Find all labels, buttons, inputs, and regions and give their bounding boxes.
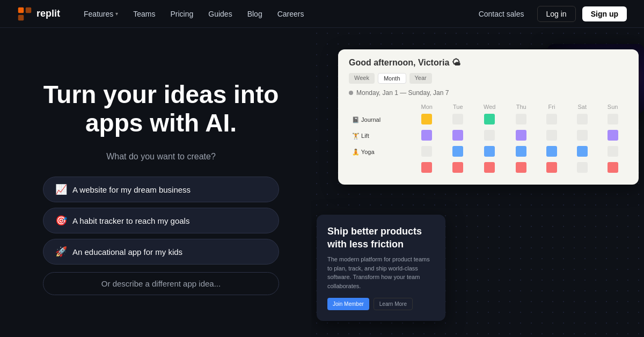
extra-fri[interactable] [537,160,567,176]
login-button[interactable]: Log in [537,6,576,22]
journal-sat[interactable] [567,112,597,128]
svg-rect-0 [18,7,24,13]
nav-careers[interactable]: Careers [271,6,311,21]
lift-mon[interactable] [411,128,443,144]
hero-subtitle: What do you want to create? [43,152,279,162]
col-wed: Wed [473,102,506,112]
col-thu: Thu [506,102,537,112]
nav-teams[interactable]: Teams [127,6,162,21]
table-row: 📓 Journal [349,112,628,128]
rocket-icon: 🚀 [55,246,67,258]
ship-card-buttons: Join Member Learn More [327,298,435,310]
date-range-label: Monday, Jan 1 — Sunday, Jan 7 [356,89,449,97]
extra-thu[interactable] [506,160,537,176]
journal-thu[interactable] [506,112,537,128]
suggestion-habit-button[interactable]: 🎯 A habit tracker to reach my goals [43,208,279,233]
svg-rect-2 [18,14,24,20]
habits-table: Mon Tue Wed Thu Fri Sat Sun 📓 Journal [349,102,628,176]
habit-journal-label: 📓 Journal [349,112,411,128]
nav-guides[interactable]: Guides [202,6,238,21]
chart-icon: 📈 [55,184,67,195]
lift-fri[interactable] [537,128,567,144]
yoga-thu[interactable] [506,144,537,160]
yoga-fri[interactable] [537,144,567,160]
journal-wed[interactable] [473,112,506,128]
main-content: Turn your ideas into apps with AI. What … [0,28,644,337]
lift-tue[interactable] [443,128,473,144]
logo-text: replit [36,8,60,19]
ship-card-title: Ship better products with less friction [327,225,435,251]
col-sun: Sun [597,102,628,112]
extra-tue[interactable] [443,160,473,176]
yoga-sun[interactable] [597,144,628,160]
habit-tracker-card: Good afternoon, Victoria 🌤 Week Month Ye… [338,49,639,185]
lift-sat[interactable] [567,128,597,144]
learn-more-button[interactable]: Learn More [374,298,413,310]
svg-rect-1 [26,7,32,13]
yoga-mon[interactable] [411,144,443,160]
join-member-button[interactable]: Join Member [327,298,369,310]
extra-sat[interactable] [567,160,597,176]
ship-card: Ship better products with less friction … [317,215,445,321]
contact-sales-button[interactable]: Contact sales [472,6,531,21]
col-sat: Sat [567,102,597,112]
signup-button[interactable]: Sign up [582,6,627,21]
hero-title: Turn your ideas into apps with AI. [43,80,279,137]
date-dot-icon [349,91,353,95]
tab-month[interactable]: Month [378,73,406,84]
extra-wed[interactable] [473,160,506,176]
col-fri: Fri [537,102,567,112]
suggestion-habit-label: A habit tracker to reach my goals [72,216,189,225]
suggestion-business-label: A website for my dream business [72,185,191,194]
target-icon: 🎯 [55,215,67,226]
col-habit [349,102,411,112]
journal-mon[interactable] [411,112,443,128]
lift-thu[interactable] [506,128,537,144]
habit-greeting: Good afternoon, Victoria 🌤 [349,58,628,68]
table-row: 🏋 Lift [349,128,628,144]
lift-wed[interactable] [473,128,506,144]
habit-extra-label [349,160,411,176]
extra-mon[interactable] [411,160,443,176]
tab-year[interactable]: Year [409,73,432,84]
describe-idea-button[interactable]: Or describe a different app idea... [43,272,279,295]
habit-yoga-label: 🧘 Yoga [349,144,411,160]
habit-lift-label: 🏋 Lift [349,128,411,144]
col-mon: Mon [411,102,443,112]
hero-section: Turn your ideas into apps with AI. What … [0,28,311,337]
journal-fri[interactable] [537,112,567,128]
nav-features[interactable]: Features ▾ [77,6,125,21]
logo[interactable]: replit [17,6,60,21]
extra-sun[interactable] [597,160,628,176]
table-row [349,160,628,176]
nav-right: Contact sales Log in Sign up [472,6,627,22]
nav-blog[interactable]: Blog [241,6,269,21]
suggestion-education-label: An educational app for my kids [72,247,182,257]
yoga-wed[interactable] [473,144,506,160]
yoga-sat[interactable] [567,144,597,160]
lift-sun[interactable] [597,128,628,144]
nav-pricing[interactable]: Pricing [164,6,200,21]
chevron-icon: ▾ [115,11,118,17]
table-row: 🧘 Yoga [349,144,628,160]
suggestion-business-button[interactable]: 📈 A website for my dream business [43,177,279,202]
date-range-row: Monday, Jan 1 — Sunday, Jan 7 [349,89,628,97]
habit-tabs: Week Month Year [349,73,628,84]
col-tue: Tue [443,102,473,112]
ship-card-desc: The modern platform for product teams to… [327,255,435,290]
journal-tue[interactable] [443,112,473,128]
hero-visual: Good afternoon, Victoria 🌤 Week Month Ye… [311,28,644,337]
tab-week[interactable]: Week [349,73,375,84]
suggestion-education-button[interactable]: 🚀 An educational app for my kids [43,239,279,265]
yoga-tue[interactable] [443,144,473,160]
nav-links: Features ▾ Teams Pricing Guides Blog Car… [77,6,472,21]
navbar: replit Features ▾ Teams Pricing Guides B… [0,0,644,28]
journal-sun[interactable] [597,112,628,128]
